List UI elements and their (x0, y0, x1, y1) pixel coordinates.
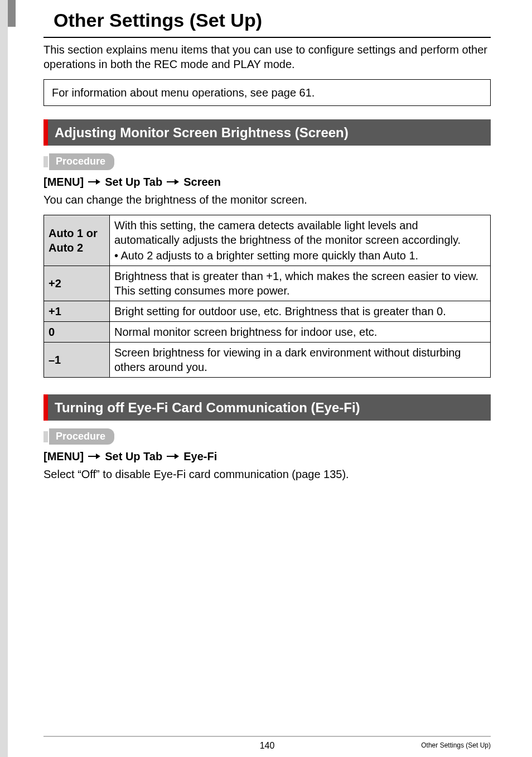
intro-text: This section explains menu items that yo… (43, 42, 491, 71)
table-row: –1 Screen brightness for viewing in a da… (44, 342, 491, 377)
desc-cell: Screen brightness for viewing in a dark … (110, 342, 491, 377)
option-cell: –1 (44, 342, 110, 377)
menu-path-eyefi: [MENU] Set Up Tab Eye-Fi (43, 449, 491, 464)
section2-desc: Select “Off” to disable Eye-Fi card comm… (43, 467, 491, 481)
procedure-chip: Procedure (49, 428, 114, 445)
option-cell: 0 (44, 321, 110, 342)
info-box: For information about menu operations, s… (43, 79, 491, 106)
footer-section-ref: Other Settings (Set Up) (421, 741, 491, 750)
section-heading-screen: Adjusting Monitor Screen Brightness (Scr… (43, 119, 491, 146)
desc-bullet: Auto 2 adjusts to a brighter setting mor… (114, 248, 486, 263)
table-row: +1 Bright setting for outdoor use, etc. … (44, 301, 491, 321)
arrow-right-icon (167, 454, 179, 459)
procedure-row: Procedure (43, 153, 491, 170)
page-title: Other Settings (Set Up) (43, 0, 491, 38)
section1-desc: You can change the brightness of the mon… (43, 192, 491, 207)
table-row: Auto 1 or Auto 2 With this setting, the … (44, 215, 491, 266)
path-part: [MENU] (43, 175, 84, 189)
arrow-right-icon (167, 179, 179, 185)
menu-path-screen: [MENU] Set Up Tab Screen (43, 175, 491, 189)
path-part: Screen (183, 175, 221, 189)
left-accent-strip (8, 0, 16, 27)
table-row: 0 Normal monitor screen brightness for i… (44, 321, 491, 342)
option-cell: +1 (44, 301, 110, 321)
procedure-bullet-icon (43, 156, 48, 167)
table-row: +2 Brightness that is greater than +1, w… (44, 266, 491, 301)
path-part: Set Up Tab (105, 449, 162, 464)
page-number: 140 (260, 740, 275, 752)
section-heading-eyefi: Turning off Eye-Fi Card Communication (E… (43, 394, 491, 421)
path-part: [MENU] (43, 449, 84, 464)
desc-cell: Brightness that is greater than +1, whic… (110, 266, 491, 301)
procedure-chip: Procedure (49, 153, 114, 170)
path-part: Eye-Fi (183, 449, 217, 464)
brightness-settings-table: Auto 1 or Auto 2 With this setting, the … (43, 215, 491, 378)
desc-cell: With this setting, the camera detects av… (110, 215, 491, 266)
desc-cell: Normal monitor screen brightness for ind… (110, 321, 491, 342)
procedure-bullet-icon (43, 431, 48, 442)
option-cell: Auto 1 or Auto 2 (44, 215, 110, 266)
arrow-right-icon (88, 454, 100, 459)
path-part: Set Up Tab (105, 175, 162, 189)
page-footer: 140 Other Settings (Set Up) (43, 736, 491, 750)
desc-cell: Bright setting for outdoor use, etc. Bri… (110, 301, 491, 321)
option-cell: +2 (44, 266, 110, 301)
procedure-row: Procedure (43, 428, 491, 445)
arrow-right-icon (88, 179, 100, 185)
desc-text: With this setting, the camera detects av… (114, 219, 461, 246)
page: Other Settings (Set Up) This section exp… (0, 0, 532, 757)
